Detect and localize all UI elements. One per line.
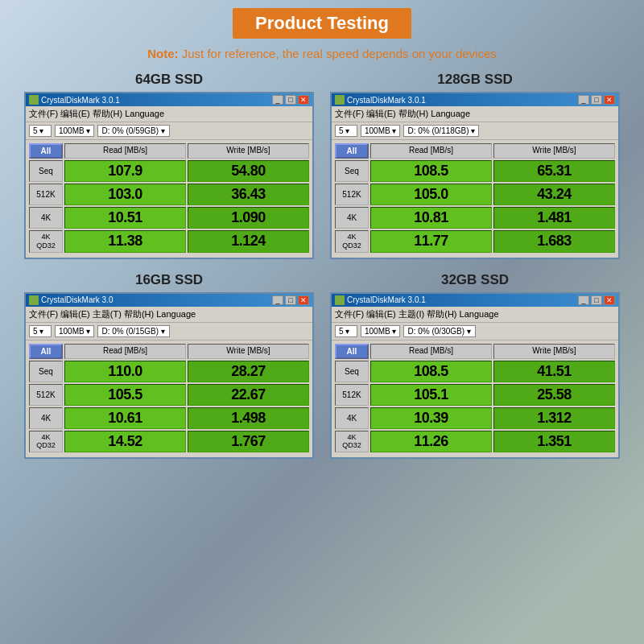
close-button[interactable]: ✕ [298, 95, 309, 105]
row-label-1: 512K [335, 184, 369, 205]
cdm-titlebar-left: CrystalDiskMark 3.0.1 [335, 295, 426, 305]
row-read-3: 14.52 [64, 431, 186, 453]
read-header: Read [MB/s] [64, 143, 186, 159]
row-label-0: Seq [29, 160, 63, 182]
cdm-menubar: 文件(F) 编辑(E) 帮助(H) Language [26, 106, 312, 122]
benchmark-panel-16gb: 16GB SSD CrystalDiskMark 3.0 _ □ ✕ 文件(F)… [24, 272, 314, 460]
count-select[interactable]: 5 ▾ [29, 325, 52, 337]
maximize-button[interactable]: □ [591, 295, 602, 305]
close-button[interactable]: ✕ [298, 295, 309, 305]
cdm-header-row: All Read [MB/s] Write [MB/s] [29, 143, 309, 159]
cdm-data-row-3: 4KQD32 11.26 1.351 [335, 431, 615, 453]
write-header: Write [MB/s] [493, 344, 615, 359]
read-header: Read [MB/s] [370, 344, 492, 359]
maximize-button[interactable]: □ [285, 295, 296, 305]
cdm-app-title: CrystalDiskMark 3.0.1 [41, 96, 120, 105]
cdm-menubar: 文件(F) 编辑(E) 主题(I) 帮助(H) Language [332, 307, 618, 323]
cdm-titlebar-left: CrystalDiskMark 3.0.1 [335, 95, 426, 105]
row-label-1: 512K [29, 384, 63, 406]
cdm-window-128gb: CrystalDiskMark 3.0.1 _ □ ✕ 文件(F) 编辑(E) … [330, 92, 620, 259]
row-write-3: 1.767 [188, 431, 309, 453]
row-read-1: 105.1 [370, 384, 492, 406]
count-select[interactable]: 5 ▾ [335, 125, 357, 137]
row-read-2: 10.39 [370, 407, 492, 429]
cdm-menubar: 文件(F) 编辑(E) 主题(T) 帮助(H) Language [26, 307, 312, 323]
close-button[interactable]: ✕ [604, 95, 615, 105]
row-read-2: 10.61 [64, 407, 186, 429]
minimize-button[interactable]: _ [578, 295, 589, 305]
close-button[interactable]: ✕ [604, 295, 615, 305]
cdm-app-title: CrystalDiskMark 3.0.1 [347, 96, 426, 105]
count-select[interactable]: 5 ▾ [29, 125, 52, 137]
size-select[interactable]: 100MB ▾ [55, 125, 94, 137]
row-label-3: 4KQD32 [29, 431, 63, 453]
size-select[interactable]: 100MB ▾ [361, 125, 400, 137]
row-write-2: 1.498 [188, 407, 309, 429]
drive-select[interactable]: D: 0% (0/15GB) ▾ [97, 325, 170, 337]
cdm-toolbar: 5 ▾ 100MB ▾ D: 0% (0/30GB) ▾ [332, 323, 618, 341]
all-button[interactable]: All [29, 143, 63, 159]
row-write-3: 1.124 [188, 230, 309, 253]
cdm-table: All Read [MB/s] Write [MB/s] Seq 107.9 5… [26, 140, 312, 258]
row-label-3: 4KQD32 [29, 230, 63, 253]
win-buttons: _ □ ✕ [272, 95, 309, 105]
read-header: Read [MB/s] [64, 344, 186, 359]
cdm-data-row-1: 512K 105.0 43.24 [335, 184, 615, 205]
row-label-2: 4K [29, 407, 63, 429]
all-button[interactable]: All [335, 344, 369, 359]
count-select[interactable]: 5 ▾ [335, 325, 357, 337]
write-header: Write [MB/s] [493, 143, 615, 159]
minimize-button[interactable]: _ [578, 95, 589, 105]
win-buttons: _ □ ✕ [578, 295, 615, 305]
row-read-3: 11.77 [370, 230, 492, 253]
row-label-2: 4K [335, 207, 369, 229]
cdm-data-row-0: Seq 108.5 41.51 [335, 361, 615, 382]
row-read-1: 103.0 [64, 184, 186, 205]
maximize-button[interactable]: □ [285, 95, 296, 105]
row-label-1: 512K [335, 384, 369, 406]
cdm-data-row-0: Seq 107.9 54.80 [29, 160, 309, 182]
drive-select[interactable]: D: 0% (0/118GB) ▾ [403, 125, 479, 137]
row-label-1: 512K [29, 184, 63, 205]
minimize-button[interactable]: _ [272, 295, 283, 305]
drive-select[interactable]: D: 0% (0/59GB) ▾ [97, 125, 170, 137]
cdm-window-64gb: CrystalDiskMark 3.0.1 _ □ ✕ 文件(F) 编辑(E) … [24, 92, 314, 259]
row-read-1: 105.5 [64, 384, 186, 406]
panel-title-64gb: 64GB SSD [135, 72, 203, 88]
cdm-toolbar: 5 ▾ 100MB ▾ D: 0% (0/118GB) ▾ [332, 122, 618, 140]
panel-title-128gb: 128GB SSD [437, 72, 513, 88]
minimize-button[interactable]: _ [272, 95, 283, 105]
size-select[interactable]: 100MB ▾ [55, 325, 94, 337]
win-buttons: _ □ ✕ [578, 95, 615, 105]
all-button[interactable]: All [335, 143, 369, 159]
cdm-data-row-3: 4KQD32 11.38 1.124 [29, 230, 309, 253]
note-line: Note: Just for reference, the real speed… [16, 47, 628, 60]
benchmark-grid: 64GB SSD CrystalDiskMark 3.0.1 _ □ ✕ 文件(… [16, 72, 628, 459]
cdm-toolbar: 5 ▾ 100MB ▾ D: 0% (0/15GB) ▾ [26, 323, 312, 341]
row-label-0: Seq [335, 361, 369, 382]
cdm-data-row-1: 512K 105.1 25.58 [335, 384, 615, 406]
cdm-data-row-0: Seq 110.0 28.27 [29, 361, 309, 382]
row-read-0: 108.5 [370, 361, 492, 382]
drive-select[interactable]: D: 0% (0/30GB) ▾ [403, 325, 476, 337]
row-write-2: 1.090 [188, 207, 309, 229]
cdm-data-row-2: 4K 10.81 1.481 [335, 207, 615, 229]
row-write-0: 54.80 [188, 160, 309, 182]
cdm-data-row-1: 512K 103.0 36.43 [29, 184, 309, 205]
cdm-window-32gb: CrystalDiskMark 3.0.1 _ □ ✕ 文件(F) 编辑(E) … [330, 292, 620, 460]
all-button[interactable]: All [29, 344, 63, 359]
maximize-button[interactable]: □ [591, 95, 602, 105]
size-select[interactable]: 100MB ▾ [361, 325, 400, 337]
cdm-header-row: All Read [MB/s] Write [MB/s] [29, 344, 309, 359]
cdm-menubar: 文件(F) 编辑(E) 帮助(H) Language [332, 106, 618, 122]
benchmark-panel-128gb: 128GB SSD CrystalDiskMark 3.0.1 _ □ ✕ 文件… [330, 72, 620, 259]
row-label-0: Seq [29, 361, 63, 382]
cdm-app-icon [29, 95, 39, 105]
row-write-2: 1.312 [493, 407, 615, 429]
row-read-0: 110.0 [64, 361, 186, 382]
page-title: Product Testing [233, 8, 411, 39]
row-label-2: 4K [335, 407, 369, 429]
cdm-toolbar: 5 ▾ 100MB ▾ D: 0% (0/59GB) ▾ [26, 122, 312, 140]
note-bold: Note: [147, 47, 178, 60]
cdm-data-row-0: Seq 108.5 65.31 [335, 160, 615, 182]
